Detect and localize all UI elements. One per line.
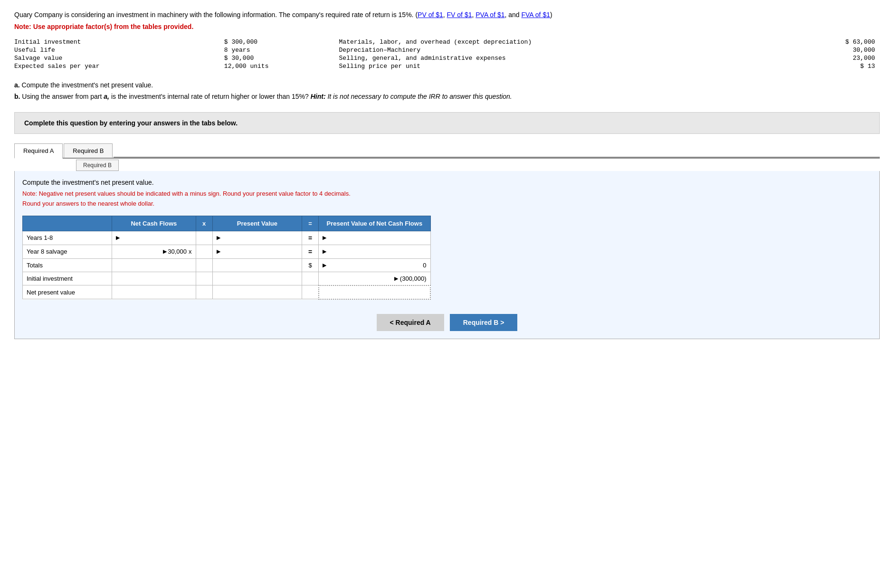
content-area: Compute the investment's net present val… — [14, 171, 880, 339]
tabs-container: Required A Required B Required B — [14, 143, 880, 171]
note-red: Note: Use appropriate factor(s) from the… — [14, 23, 880, 30]
col-header-label — [23, 216, 112, 231]
arrow-pvncf-salvage: ▶ — [323, 248, 326, 255]
ncf-salvage-cell: ▶ 30,000 x — [112, 245, 196, 258]
arrow-ncf-salvage: ▶ — [163, 248, 167, 255]
pva-link[interactable]: PVA of $1 — [476, 11, 504, 19]
ncf-investment-cell — [112, 272, 196, 285]
next-button[interactable]: Required B > — [450, 314, 518, 331]
instruction-box: Complete this question by entering your … — [14, 112, 880, 134]
compute-text: Compute the investment's net present val… — [22, 179, 872, 186]
eq-salvage: = — [302, 245, 318, 258]
tab-row: Required A Required B — [14, 143, 880, 159]
row-label-salvage: Year 8 salvage — [23, 245, 112, 258]
note-red-content: Note: Negative net present values should… — [22, 189, 872, 209]
pvncf-investment-cell: ▶ (300,000) — [319, 272, 430, 285]
arrow-pvncf-investment: ▶ — [394, 275, 398, 282]
op-x-salvage — [196, 245, 212, 258]
eq-years18: = — [302, 231, 318, 245]
col-header-eq: = — [302, 216, 318, 231]
row-label-npv: Net present value — [23, 285, 112, 299]
pv-investment-cell — [212, 272, 302, 285]
pv-salvage-input[interactable] — [222, 248, 298, 255]
pv-years18-cell: ▶ — [212, 231, 302, 245]
pvncf-years18-cell: ▶ — [319, 231, 430, 245]
bottom-nav: < Required A Required B > — [22, 309, 872, 331]
ncf-npv-cell — [112, 285, 196, 299]
row-label-totals: Totals — [23, 258, 112, 272]
investment-value: (300,000) — [398, 275, 427, 282]
op-investment — [196, 272, 212, 285]
sub-tab-required-b[interactable]: Required B — [76, 160, 119, 171]
row-label-years18: Years 1-8 — [23, 231, 112, 245]
tab-required-a[interactable]: Required A — [14, 143, 63, 159]
intro-text: Quary Company is considering an investme… — [14, 9, 880, 20]
arrow-ncf-years18: ▶ — [116, 235, 120, 241]
arrow-pvncf-totals: ▶ — [323, 262, 326, 268]
dollar-sign-totals: $ — [308, 262, 312, 269]
salvage-amount: 30,000 — [168, 248, 187, 255]
sub-tab-row: Required B — [14, 160, 880, 171]
npv-table: Net Cash Flows x Present Value = Present… — [22, 216, 431, 300]
ncf-years18-cell: ▶ — [112, 231, 196, 245]
pvncf-npv-input[interactable] — [323, 289, 426, 296]
tab-required-b[interactable]: Required B — [64, 143, 113, 158]
pvncf-salvage-cell: ▶ — [319, 245, 430, 258]
eq-totals: $ — [302, 258, 318, 272]
questions-section: a. Compute the investment's net present … — [14, 80, 880, 103]
pvncf-salvage-input[interactable] — [328, 248, 426, 255]
table-row-years18: Years 1-8 ▶ ▶ = ▶ — [23, 231, 431, 245]
pv-link[interactable]: PV of $1 — [418, 11, 443, 19]
op-x-years18 — [196, 231, 212, 245]
table-row-investment: Initial investment ▶ (300,000) — [23, 272, 431, 285]
info-table: Initial investment $ 300,000 Materials, … — [14, 38, 880, 70]
op-npv — [196, 285, 212, 299]
pvncf-years18-input[interactable] — [328, 234, 426, 241]
fva-link[interactable]: FVA of $1 — [522, 11, 550, 19]
fv-link[interactable]: FV of $1 — [447, 11, 472, 19]
arrow-pv-salvage: ▶ — [217, 248, 220, 255]
pv-years18-input[interactable] — [222, 234, 298, 241]
col-header-ncf: Net Cash Flows — [112, 216, 196, 231]
pv-salvage-cell: ▶ — [212, 245, 302, 258]
ncf-totals-cell — [112, 258, 196, 272]
col-header-x: x — [196, 216, 212, 231]
prev-button[interactable]: < Required A — [377, 314, 444, 331]
ncf-years18-input[interactable] — [122, 234, 191, 241]
op-totals — [196, 258, 212, 272]
table-row-salvage: Year 8 salvage ▶ 30,000 x ▶ = — [23, 245, 431, 258]
row-label-investment: Initial investment — [23, 272, 112, 285]
eq-investment — [302, 272, 318, 285]
col-header-pvncf: Present Value of Net Cash Flows — [319, 216, 430, 231]
pvncf-npv-cell — [319, 285, 430, 299]
col-header-pv: Present Value — [212, 216, 302, 231]
pv-totals-cell — [212, 258, 302, 272]
eq-npv — [302, 285, 318, 299]
arrow-pvncf-years18: ▶ — [323, 235, 326, 241]
pv-npv-cell — [212, 285, 302, 299]
pvncf-totals-input[interactable] — [326, 262, 426, 269]
pvncf-totals-cell: ▶ — [319, 258, 430, 272]
arrow-pv-years18: ▶ — [217, 235, 220, 241]
table-row-npv: Net present value — [23, 285, 431, 299]
table-row-totals: Totals $ ▶ — [23, 258, 431, 272]
